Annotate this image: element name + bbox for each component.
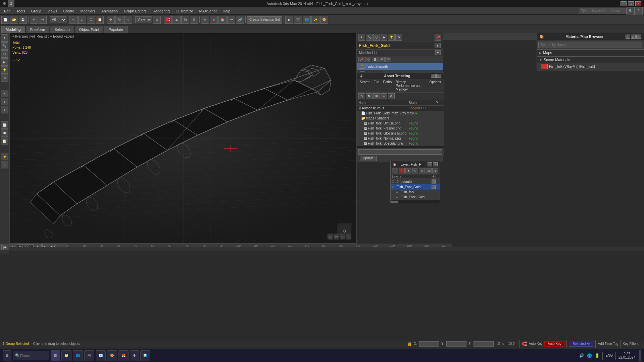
- sidebar-motion[interactable]: ▶: [1, 58, 8, 66]
- render-effects-btn[interactable]: ✨: [311, 16, 319, 24]
- at-menu-paths[interactable]: Paths: [382, 80, 393, 92]
- new-btn[interactable]: 📄: [1, 16, 9, 24]
- at-row-glossiness[interactable]: 🖼 Fish_fork_Glossiness.png Found: [357, 131, 444, 136]
- menu-rendering[interactable]: Rendering: [150, 8, 172, 14]
- show-desktop-btn[interactable]: [639, 350, 641, 361]
- spinner-snap-btn[interactable]: ⊞: [190, 16, 198, 24]
- layer-row-fishfork-gold[interactable]: ☑ Fish_Fork_Gold: [391, 184, 440, 190]
- render-env-btn[interactable]: 🌐: [303, 16, 311, 24]
- make-unique-btn[interactable]: ◇: [365, 57, 371, 62]
- search-icon[interactable]: 🔍: [627, 7, 635, 15]
- modifier-item-turbosmooth[interactable]: ⬡ TurboSmooth: [357, 63, 443, 70]
- at-menu-bitmap[interactable]: Bitmap Performance and Memory: [394, 80, 427, 92]
- mod-panel-create[interactable]: ✦: [358, 34, 365, 41]
- sidebar-snap-x[interactable]: X: [1, 90, 8, 97]
- menu-views[interactable]: Views: [45, 8, 60, 14]
- tab-object-paint[interactable]: Object Paint: [75, 26, 104, 33]
- curve-editor-btn[interactable]: 〜: [227, 16, 235, 24]
- undo-btn[interactable]: ↩: [30, 16, 38, 24]
- sidebar-snap-y[interactable]: Y: [1, 98, 8, 105]
- mod-panel-modify[interactable]: 🔧: [366, 34, 373, 41]
- sidebar-display[interactable]: 💡: [1, 66, 8, 74]
- at-row-specular[interactable]: 🖼 Fish_fork_Specular.png Found: [357, 141, 444, 146]
- create-selection-button[interactable]: Create Selection Sel: [247, 16, 282, 23]
- schematic-btn[interactable]: 🔗: [236, 16, 244, 24]
- menu-create[interactable]: Create: [60, 8, 77, 14]
- at-btn-resolve[interactable]: 🔍: [366, 93, 373, 99]
- snap-btn[interactable]: 🧲: [164, 16, 172, 24]
- taskbar-chrome-btn[interactable]: 🌐: [73, 350, 83, 361]
- at-btn-view-grid[interactable]: ⊞: [373, 93, 380, 99]
- close-button[interactable]: ×: [635, 1, 641, 6]
- sidebar-deselect[interactable]: 🔲: [1, 130, 8, 137]
- pin-stack-btn[interactable]: 📌: [358, 57, 364, 62]
- sidebar-snap-z[interactable]: Z: [1, 106, 8, 113]
- layer-merge-btn[interactable]: ⊞: [426, 168, 432, 173]
- layers-panel-close-btn[interactable]: ×: [433, 162, 438, 166]
- x-coord-input[interactable]: [419, 341, 439, 347]
- mod-panel-pin[interactable]: 📌: [435, 34, 441, 41]
- taskbar-game-btn[interactable]: 🎮: [84, 350, 94, 361]
- sidebar-select-all[interactable]: ⬜: [1, 121, 8, 129]
- at-btn-settings[interactable]: ⚙: [388, 93, 395, 99]
- select-by-name-btn[interactable]: 📋: [96, 16, 104, 24]
- at-menu-file[interactable]: File: [372, 80, 380, 92]
- layer-sub-row-fishfork[interactable]: ◈ Fish_fork: [391, 190, 440, 195]
- sidebar-create[interactable]: ✦: [1, 34, 8, 42]
- show-in-render-btn[interactable]: 🎬: [385, 57, 391, 62]
- object-filter-select[interactable]: All: [50, 16, 66, 23]
- mod-panel-motion[interactable]: ▶: [381, 34, 387, 41]
- remove-modifier-btn[interactable]: 🗑: [372, 57, 378, 62]
- taskbar-start-btn[interactable]: ⊞: [3, 350, 11, 361]
- layer-btn[interactable]: 📚: [218, 16, 227, 24]
- sidebar-hierarchy[interactable]: ⬡: [1, 50, 8, 58]
- select-btn[interactable]: ↖: [69, 16, 78, 24]
- menu-tools[interactable]: Tools: [14, 8, 28, 14]
- viewport[interactable]: + [Perspective] [Realistic + Edged Faces…: [9, 33, 357, 244]
- menu-customize[interactable]: Customize: [173, 8, 196, 14]
- rotate-btn[interactable]: ↻: [115, 16, 123, 24]
- asset-tracking-minimize-btn[interactable]: ?: [431, 74, 436, 78]
- scale-btn[interactable]: ⤡: [124, 16, 132, 24]
- at-menu-options[interactable]: Options: [428, 80, 442, 92]
- layer-settings-btn[interactable]: ⚙: [432, 168, 438, 173]
- sidebar-grid[interactable]: #: [1, 161, 8, 168]
- mirror-btn[interactable]: ⇔: [201, 16, 209, 24]
- at-row-maps-folder[interactable]: 📁 Maps / Shaders: [357, 116, 444, 121]
- taskbar-browser-btn[interactable]: 🦊: [118, 350, 129, 361]
- mat-browser-maximize-btn[interactable]: □: [631, 35, 636, 39]
- at-menu-server[interactable]: Server: [358, 80, 371, 92]
- y-coord-input[interactable]: [446, 341, 466, 347]
- quick-render-btn[interactable]: 🎬: [294, 16, 302, 24]
- goto-start-btn[interactable]: |◀: [1, 244, 8, 250]
- mat-browser-minimize-btn[interactable]: −: [626, 35, 630, 39]
- menu-modifiers[interactable]: Modifiers: [78, 8, 98, 14]
- angle-snap-btn[interactable]: ∠: [172, 16, 181, 24]
- layer-sub-row-fishfork-gold[interactable]: ◈ Fish_Fork_Gold: [391, 195, 440, 200]
- taskbar-app-btn[interactable]: 📊: [140, 350, 150, 361]
- material-search-input[interactable]: [538, 42, 642, 48]
- modifier-list-dropdown[interactable]: ▼: [435, 50, 441, 55]
- sidebar-utilities[interactable]: ⚙: [1, 74, 8, 82]
- layers-panel-help-btn[interactable]: ?: [428, 162, 432, 166]
- at-btn-view-list[interactable]: ≡: [381, 93, 387, 99]
- window-crossing-btn[interactable]: ⊡: [87, 16, 95, 24]
- language-indicator[interactable]: ENG: [605, 354, 613, 357]
- material-editor-btn[interactable]: 🎨: [320, 16, 328, 24]
- mod-panel-utils[interactable]: ⚙: [395, 34, 402, 41]
- tab-freeform[interactable]: Freeform: [26, 26, 50, 33]
- maximize-button[interactable]: □: [628, 1, 634, 6]
- taskbar-3dsmax-btn[interactable]: 🖥: [51, 350, 60, 361]
- percent-snap-btn[interactable]: %: [181, 16, 189, 24]
- sidebar-named-sel[interactable]: 📝: [1, 138, 8, 145]
- at-row-fresnel[interactable]: 🖼 Fish_fork_Fresnel.png Found: [357, 126, 444, 131]
- menu-animation[interactable]: Animation: [99, 8, 120, 14]
- tab-selection[interactable]: Selection: [50, 26, 74, 33]
- sidebar-modify[interactable]: 🔧: [1, 42, 8, 50]
- show-in-vp-btn[interactable]: 👁: [379, 57, 385, 62]
- taskbar-mail-btn[interactable]: 📧: [96, 350, 106, 361]
- menu-edit[interactable]: Edit: [1, 8, 13, 14]
- move-btn[interactable]: ✥: [107, 16, 115, 24]
- select-region-btn[interactable]: □: [78, 16, 86, 24]
- layer-visibility-fishfork-gold[interactable]: [432, 185, 436, 189]
